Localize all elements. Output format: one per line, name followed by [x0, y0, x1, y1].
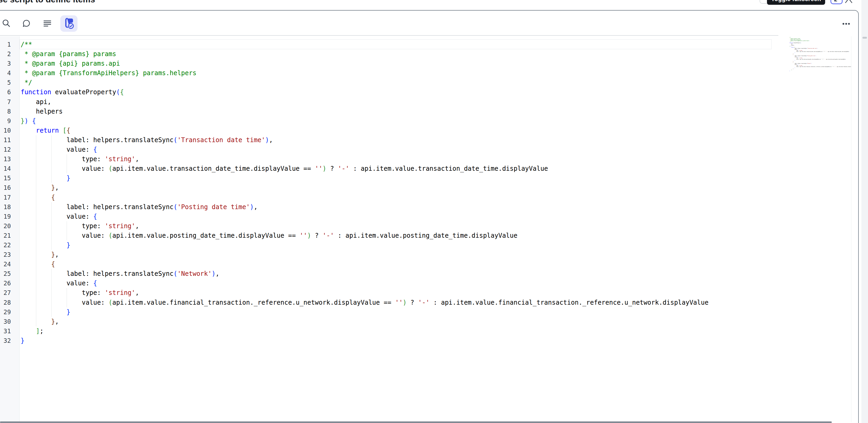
code-line[interactable]: helpers: [21, 107, 851, 116]
code-lines: /** * @param {params} params * @param {a…: [21, 36, 851, 345]
indent-guide: [51, 298, 52, 307]
page-scrollbar-thumb[interactable]: [863, 37, 867, 39]
line-number: 11: [0, 135, 19, 145]
indent-guide: [36, 279, 36, 288]
minimap-content: /** * @param {params} params * @param {a…: [789, 37, 851, 72]
search-icon: [2, 19, 11, 28]
indent-guide: [36, 164, 36, 173]
editor-format-button[interactable]: [42, 18, 53, 29]
indent-guide: [67, 231, 67, 241]
code-editor[interactable]: /** * @param {params} params * @param {a…: [21, 36, 851, 422]
indent-guide: [51, 145, 52, 154]
indent-guide: [51, 221, 52, 231]
code-line[interactable]: }: [21, 336, 851, 345]
line-number: 6: [0, 87, 19, 97]
code-line[interactable]: }: [21, 307, 851, 317]
code-line[interactable]: * @param {TransformApiHelpers} params.he…: [21, 68, 851, 78]
indent-guide: [67, 164, 67, 173]
indent-guide: [51, 212, 52, 221]
code-line[interactable]: },: [21, 250, 851, 259]
indent-guide: [36, 212, 36, 221]
line-number: 24: [0, 259, 19, 269]
code-line[interactable]: label: helpers.translateSync('Transactio…: [21, 135, 851, 145]
indent-guide: [36, 288, 36, 298]
line-number: 10: [0, 126, 19, 135]
line-number: 2: [0, 49, 19, 59]
code-line[interactable]: /**: [21, 40, 851, 49]
editor-script-check-button[interactable]: [60, 16, 78, 32]
indent-guide: [36, 317, 36, 327]
editor-comment-button[interactable]: [21, 18, 32, 29]
line-number: 23: [0, 250, 19, 259]
code-line[interactable]: },: [21, 183, 851, 192]
indent-guide: [51, 288, 52, 298]
toolbar-separator: [0, 35, 778, 36]
code-line[interactable]: * @param {api} params.api: [21, 59, 851, 68]
line-number: 29: [0, 307, 19, 317]
code-line[interactable]: label: helpers.translateSync('Network'),: [21, 269, 851, 279]
indent-guide: [36, 241, 36, 250]
code-line[interactable]: type: 'string',: [21, 221, 851, 231]
code-line[interactable]: value: {: [21, 212, 851, 221]
indent-guide: [36, 307, 36, 317]
code-line[interactable]: value: {: [21, 279, 851, 288]
code-line[interactable]: value: {: [21, 145, 851, 154]
indent-guide: [36, 154, 36, 164]
code-line[interactable]: function evaluateProperty({: [21, 87, 851, 97]
code-line[interactable]: }: [21, 173, 851, 183]
code-line[interactable]: value: (api.item.value.financial_transac…: [21, 298, 851, 307]
line-number: 5: [0, 78, 19, 87]
lines-icon: [43, 19, 52, 28]
collapse-button[interactable]: [845, 0, 852, 3]
line-number: 18: [0, 202, 19, 212]
line-number: 15: [0, 173, 19, 183]
line-number: 32: [0, 336, 19, 345]
code-line[interactable]: */: [21, 78, 851, 87]
indent-guide: [67, 288, 67, 298]
code-line[interactable]: {: [21, 259, 851, 269]
line-number: 28: [0, 298, 19, 307]
editor-more-options-button[interactable]: [841, 21, 851, 26]
indent-guide: [51, 231, 52, 241]
code-line[interactable]: value: (api.item.value.transaction_date_…: [21, 164, 851, 173]
indent-guide: [51, 154, 52, 164]
toggle-fullscreen-button[interactable]: [831, 0, 843, 4]
indent-guide: [67, 154, 67, 164]
toggle-fullscreen-tooltip: Toggle fullscreen: [767, 0, 825, 5]
indent-guide: [36, 298, 36, 307]
code-line[interactable]: ];: [21, 327, 851, 336]
page-title: Use script to define items: [0, 0, 95, 4]
code-line[interactable]: type: 'string',: [21, 154, 851, 164]
indent-guide: [36, 269, 36, 279]
indent-guide: [67, 221, 67, 231]
editor-scrollbar-border: [851, 36, 851, 422]
code-line[interactable]: value: (api.item.value.posting_date_time…: [21, 231, 851, 241]
code-line[interactable]: }) {: [21, 116, 851, 126]
code-line[interactable]: type: 'string',: [21, 288, 851, 298]
code-line[interactable]: api,: [21, 97, 851, 107]
editor-gutter: 1234567891011121314151617181920212223242…: [0, 36, 20, 422]
code-line[interactable]: },: [21, 317, 851, 327]
code-line[interactable]: label: helpers.translateSync('Posting da…: [21, 202, 851, 212]
indent-guide: [36, 145, 36, 154]
line-number: 25: [0, 269, 19, 279]
code-line[interactable]: {: [21, 193, 851, 202]
editor-search-button[interactable]: [1, 18, 12, 29]
code-line[interactable]: return [{: [21, 126, 851, 135]
indent-guide: [51, 173, 52, 183]
code-line[interactable]: }: [21, 241, 851, 250]
indent-guide: [36, 202, 36, 212]
code-line[interactable]: * @param {params} params: [21, 49, 851, 59]
indent-guide: [36, 259, 36, 269]
indent-guide: [51, 279, 52, 288]
indent-guide: [51, 164, 52, 173]
line-number: 8: [0, 107, 19, 116]
line-number: 21: [0, 231, 19, 241]
line-number: 17: [0, 193, 19, 202]
horizontal-scrollbar-thumb[interactable]: [0, 421, 832, 423]
indent-guide: [67, 298, 67, 307]
minimap[interactable]: /** * @param {params} params * @param {a…: [789, 37, 851, 73]
line-number: 27: [0, 288, 19, 298]
code-line: }: [789, 70, 851, 72]
indent-guide: [36, 221, 36, 231]
